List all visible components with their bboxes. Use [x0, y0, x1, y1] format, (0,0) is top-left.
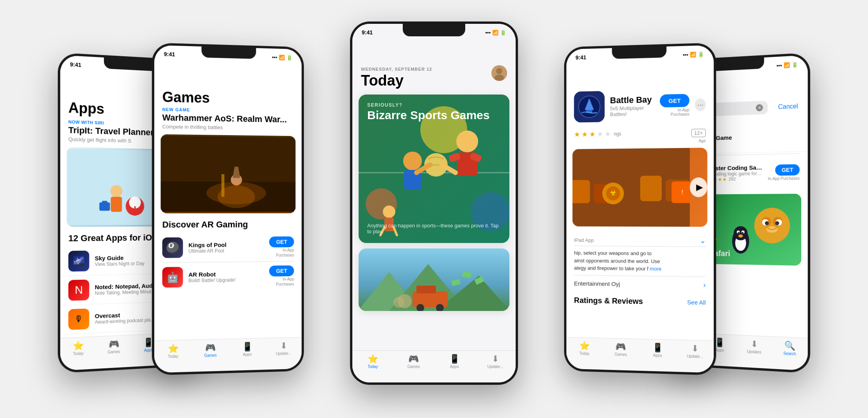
tab-games-icon-4: 🎮 [616, 343, 626, 352]
hopster-get-group: GET In-App Purchases [768, 164, 800, 181]
star-4: ★ [597, 130, 603, 138]
wifi-icon-5: 📶 [784, 62, 790, 68]
kings-name: Kings of Pool [189, 241, 264, 248]
tab-games-3[interactable]: 🎮 Games [402, 355, 425, 369]
tab-today-label-1: Today [73, 351, 84, 356]
tab-apps-label-2: Apps [243, 352, 252, 357]
tab-updates-5[interactable]: ⬇ Updates [743, 339, 766, 355]
kings-purchases: Purchases [276, 253, 294, 257]
tab-apps-label-3: Apps [450, 364, 459, 369]
kings-get-group: GET In-App Purchases [269, 236, 294, 257]
r-star-5: ★ [723, 177, 727, 182]
battle-content: Battle Bay 5v5 Multiplayer Battles! GET … [566, 65, 714, 310]
gameplay-svg: ☣ ! [572, 148, 689, 227]
svg-text:☣: ☣ [609, 188, 616, 197]
tab-apps-3[interactable]: 📱 Apps [443, 355, 466, 369]
tab-apps-label-5: Apps [715, 348, 724, 352]
robot-purchases: Purchases [276, 282, 294, 287]
tab-today-label-2: Today [168, 354, 179, 359]
status-time-4: 9:41 [575, 54, 586, 61]
search-clear-btn[interactable]: ✕ [756, 104, 763, 111]
phone-center: 9:41 ▪▪▪ 📶 🔋 WEDNESDAY, SEPTEMBER 12 Tod… [350, 21, 518, 385]
more-btn[interactable]: ··· [695, 98, 706, 111]
today-content: WEDNESDAY, SEPTEMBER 12 Today [352, 43, 516, 311]
status-time-1: 9:41 [70, 61, 81, 68]
tab-apps-4[interactable]: 📱 Apps [646, 343, 669, 358]
svg-rect-40 [416, 286, 436, 293]
status-time-3: 9:41 [362, 29, 373, 36]
notch-2 [202, 46, 256, 59]
tab-games-icon-3: 🎮 [408, 355, 419, 363]
svg-rect-53 [572, 180, 590, 204]
tab-games-label-4: Games [614, 352, 627, 357]
star-1: ★ [574, 130, 580, 139]
tab-apps-icon-4: 📱 [652, 343, 663, 352]
search-cancel[interactable]: Cancel [778, 103, 801, 111]
battle-desc-text-2: ainst opponents around the world. Use [574, 257, 660, 264]
wifi-icon-3: 📶 [492, 30, 498, 36]
tab-games-1[interactable]: 🎮 Games [102, 339, 125, 355]
svg-rect-7 [102, 201, 107, 203]
ar-game-robot[interactable]: 🤖 AR Robot Build! Battle! Upgrade! GET I… [154, 261, 302, 292]
tab-apps-icon-3: 📱 [449, 355, 460, 363]
tab-today-icon-3: ⭐ [368, 355, 378, 363]
tab-today-1[interactable]: ⭐ Today [66, 341, 91, 357]
svg-rect-15 [221, 174, 225, 197]
robot-get-group: GET In-App Purchases [269, 265, 294, 286]
games-title: Games [154, 82, 302, 110]
tab-updates-label-3: Update... [487, 364, 503, 369]
tab-today-4[interactable]: ⭐ Today [573, 341, 596, 356]
tab-today-2[interactable]: ⭐ Today [161, 344, 185, 359]
kings-get-btn[interactable]: GET [269, 236, 294, 247]
status-icons-3: ▪▪▪ 📶 🔋 [485, 30, 506, 36]
phone-left: 9:41 ▪▪▪ 📶 🔋 Games NEW GAME Warhammer Ao… [152, 43, 304, 375]
hopster-get-btn[interactable]: GET [775, 164, 800, 175]
star-5: ★ [605, 130, 611, 138]
svg-rect-39 [413, 291, 448, 307]
tab-games-4[interactable]: 🎮 Games [609, 342, 632, 357]
reviews-header: Ratings & Reviews See All [566, 291, 714, 310]
status-icons-5: ▪▪▪ 📶 🔋 [777, 61, 798, 68]
tab-games-label-2: Games [204, 353, 216, 358]
svg-point-17 [496, 68, 502, 74]
svg-point-4 [110, 185, 122, 197]
status-icons-4: ▪▪▪ 📶 🔋 [683, 51, 704, 58]
adventure-svg [359, 248, 509, 311]
tab-games-2[interactable]: 🎮 Games [199, 343, 222, 358]
today-card-secondary[interactable] [359, 248, 509, 311]
kings-sub: Ultimate AR Pool [189, 248, 264, 254]
ratings-label: ngs [614, 131, 621, 137]
svg-point-81 [775, 221, 779, 225]
tab-search-5[interactable]: 🔍 Search [778, 341, 802, 357]
robot-get-btn[interactable]: GET [269, 265, 294, 276]
status-time-2: 9:41 [164, 51, 175, 57]
hopster-count: 292 [729, 177, 736, 182]
tab-updates-4[interactable]: ⬇ Update... [683, 344, 707, 359]
tab-apps-2[interactable]: 📱 Apps [236, 342, 259, 357]
play-btn[interactable]: ▶ [690, 177, 707, 197]
more-link[interactable]: more [650, 266, 662, 272]
today-card-sports[interactable]: SERIOUSLY? Bizarre Sports Games Anything… [359, 95, 509, 243]
tab-updates-label-4: Update... [687, 354, 703, 359]
robot-in-app: In-App [283, 277, 294, 281]
battle-screen: 9:41 ▪▪▪ 📶 🔋 [566, 45, 714, 373]
tab-updates-3[interactable]: ⬇ Update... [484, 355, 507, 369]
robot-sub: Build! Battle! Upgrade! [189, 277, 264, 283]
svg-point-75 [754, 208, 790, 244]
battle-get-group: GET In-App Purchases [660, 94, 689, 117]
battle-desc-text-1: hip, select your weapons and go to [574, 250, 652, 257]
tab-updates-icon-5: ⬇ [751, 340, 758, 349]
svg-point-31 [383, 205, 395, 218]
signal-icon-4: ▪▪▪ [683, 52, 688, 58]
ar-game-pool[interactable]: 🎱 Kings of Pool Ultimate AR Pool GET In-… [154, 232, 302, 263]
today-avatar[interactable] [491, 65, 507, 81]
battle-get-btn[interactable]: GET [660, 94, 689, 107]
signal-icon-2: ▪▪▪ [272, 54, 277, 60]
gameplay-banner[interactable]: ☣ ! ▶ [572, 148, 707, 227]
tab-today-3[interactable]: ⭐ Today [361, 355, 384, 369]
hopster-in-app: In-App Purchases [768, 176, 800, 180]
battle-desc-1: hip, select your weapons and go to ainst… [566, 246, 714, 277]
see-all[interactable]: See All [687, 298, 706, 305]
svg-point-44 [393, 297, 404, 308]
tab-updates-2[interactable]: ⬇ Update... [272, 341, 295, 356]
